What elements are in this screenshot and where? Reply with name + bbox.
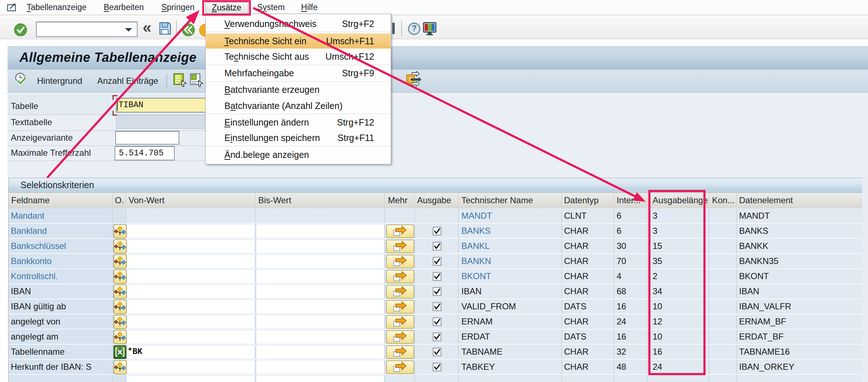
svg-text:?: ? (412, 24, 417, 33)
